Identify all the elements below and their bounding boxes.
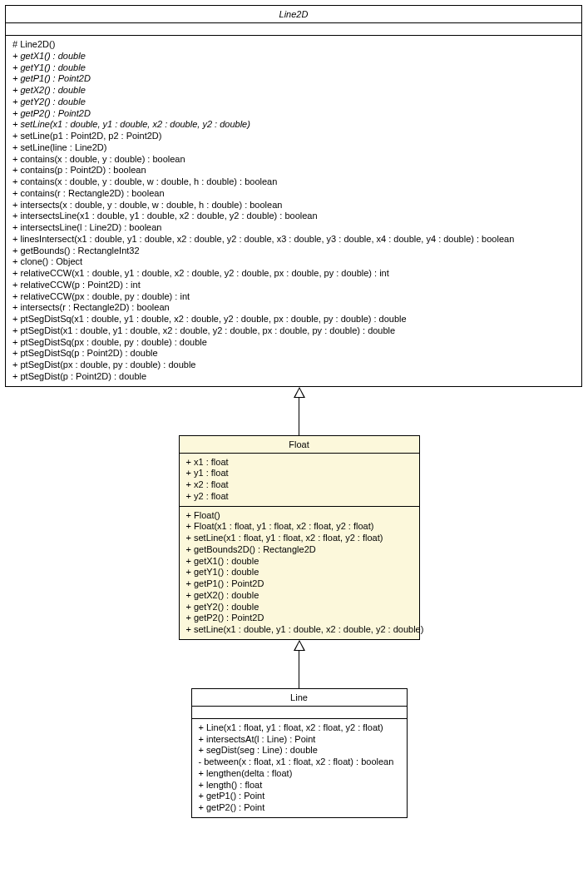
member: + x1 : float [186, 457, 413, 469]
member: + getX2() : double [12, 85, 575, 97]
member: # Line2D() [12, 39, 575, 51]
member: + intersects(x : double, y : double, w :… [12, 200, 575, 211]
member: + getBounds() : RectangleInt32 [12, 246, 575, 257]
member: + Line(x1 : float, y1 : float, x2 : floa… [199, 722, 400, 734]
generalization-arrow-1 [5, 387, 588, 435]
member: + getX1() : double [12, 51, 575, 62]
member: + ptSegDistSq(px : double, py : double) … [12, 337, 575, 349]
member: + getP1() : Point2D [186, 578, 413, 590]
generalization-arrow-2 [5, 640, 588, 688]
member: + setLine(p1 : Point2D, p2 : Point2D) [12, 131, 575, 142]
member: + ptSegDist(x1 : double, y1 : double, x2… [12, 325, 575, 337]
member: + relativeCCW(p : Point2D) : int [12, 280, 575, 291]
class-line: Line + Line(x1 : float, y1 : float, x2 :… [191, 688, 408, 818]
class-line2d-title: Line2D [6, 6, 581, 23]
member: + intersectsAt(l : Line) : Point [199, 734, 400, 746]
class-float-fields: + x1 : float+ y1 : float+ x2 : float+ y2… [180, 454, 419, 507]
class-line2d: Line2D # Line2D()+ getX1() : double+ get… [5, 5, 582, 387]
member: + linesIntersect(x1 : double, y1 : doubl… [12, 234, 575, 246]
member: + relativeCCW(px : double, py : double) … [12, 291, 575, 303]
class-float: Float + x1 : float+ y1 : float+ x2 : flo… [179, 435, 420, 640]
member: + getP2() : Point [199, 802, 400, 814]
member: + ptSegDistSq(p : Point2D) : double [12, 348, 575, 360]
member: + clone() : Object [12, 256, 575, 268]
class-line2d-fields [6, 23, 581, 36]
member: + setLine(x1 : double, y1 : double, x2 :… [12, 119, 575, 131]
member: + contains(x : double, y : double) : boo… [12, 154, 575, 166]
member: + x2 : float [186, 479, 413, 491]
member: + getP2() : Point2D [12, 108, 575, 120]
class-line-methods: + Line(x1 : float, y1 : float, x2 : floa… [192, 719, 407, 817]
connector-line [299, 651, 299, 688]
member: + setLine(x1 : double, y1 : double, x2 :… [186, 624, 413, 636]
connector-line [299, 398, 299, 435]
member: + getX1() : double [186, 556, 413, 568]
member: + getY2() : double [12, 97, 575, 108]
member: + getY1() : double [12, 62, 575, 74]
arrowhead-icon [294, 387, 305, 398]
member: + length() : float [199, 780, 400, 791]
member: + ptSegDist(p : Point2D) : double [12, 371, 575, 383]
class-line-fields [192, 707, 407, 719]
member: + getP1() : Point2D [12, 73, 575, 85]
member: - between(x : float, x1 : float, x2 : fl… [199, 757, 400, 768]
member: + intersectsLine(l : Line2D) : boolean [12, 222, 575, 234]
member: + lengthen(delta : float) [199, 768, 400, 780]
member: + ptSegDist(px : double, py : double) : … [12, 360, 575, 371]
class-float-title: Float [180, 436, 419, 454]
member: + ptSegDistSq(x1 : double, y1 : double, … [12, 314, 575, 325]
member: + Float() [186, 510, 413, 522]
arrowhead-icon [294, 640, 305, 651]
member: + contains(r : Rectangle2D) : boolean [12, 188, 575, 200]
member: + relativeCCW(x1 : double, y1 : double, … [12, 268, 575, 280]
member: + setLine(x1 : float, y1 : float, x2 : f… [186, 533, 413, 544]
class-line-title: Line [192, 689, 407, 707]
member: + segDist(seg : Line) : double [199, 745, 400, 757]
member: + contains(x : double, y : double, w : d… [12, 176, 575, 188]
member: + getY2() : double [186, 602, 413, 613]
member: + y1 : float [186, 468, 413, 479]
class-line2d-methods: # Line2D()+ getX1() : double+ getY1() : … [6, 36, 581, 386]
member: + setLine(line : Line2D) [12, 142, 575, 154]
member: + y2 : float [186, 491, 413, 503]
member: + getBounds2D() : Rectangle2D [186, 544, 413, 556]
member: + getP1() : Point [199, 791, 400, 802]
member: + getP2() : Point2D [186, 613, 413, 624]
member: + intersects(r : Rectangle2D) : boolean [12, 302, 575, 314]
class-float-methods: + Float()+ Float(x1 : float, y1 : float,… [180, 507, 419, 639]
member: + intersectsLine(x1 : double, y1 : doubl… [12, 211, 575, 222]
member: + contains(p : Point2D) : boolean [12, 165, 575, 176]
member: + Float(x1 : float, y1 : float, x2 : flo… [186, 521, 413, 533]
member: + getX2() : double [186, 590, 413, 602]
member: + getY1() : double [186, 567, 413, 578]
